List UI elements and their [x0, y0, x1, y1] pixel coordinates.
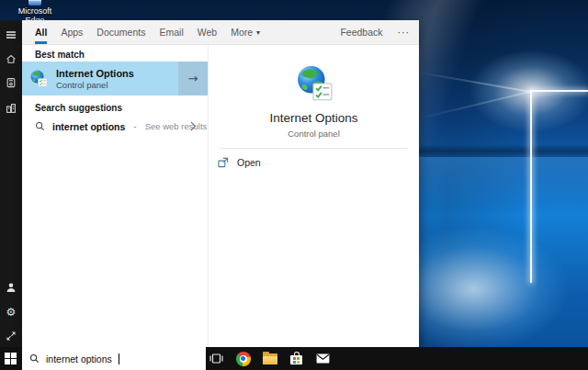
preview-divider [220, 148, 408, 149]
mail-icon[interactable] [310, 347, 336, 370]
account-icon[interactable] [0, 280, 22, 295]
best-match-text: Internet Options Control panel [56, 68, 134, 90]
chevron-right-icon [190, 121, 197, 131]
notebook-icon[interactable] [0, 75, 22, 90]
suggestion-query: internet options [52, 121, 125, 132]
tab-web[interactable]: Web [198, 20, 217, 44]
settings-gear-icon[interactable]: ⚙ [0, 305, 22, 320]
internet-options-icon-large [295, 65, 334, 104]
text-cursor [119, 353, 119, 364]
edge-logo-icon [28, 0, 41, 6]
search-filter-tabs: All Apps Documents Email Web More ▾ Feed… [22, 20, 419, 45]
open-icon [218, 157, 229, 168]
organization-icon[interactable] [0, 101, 22, 116]
mail-envelope [316, 353, 330, 364]
microsoft-store-icon[interactable] [283, 347, 310, 370]
wallpaper-window-edge-vertical [530, 90, 532, 283]
screen: Microsoft Edge ⚙ All Apps D [0, 0, 588, 370]
file-explorer-icon[interactable] [256, 347, 283, 370]
open-action-label: Open [237, 157, 261, 168]
suggestion-hint: See web results [145, 121, 208, 131]
tab-more[interactable]: More ▾ [231, 20, 260, 44]
home-icon[interactable] [0, 51, 22, 66]
taskbar: internet options [0, 347, 588, 370]
search-sidebar-rail: ⚙ [0, 20, 22, 347]
internet-options-icon [29, 70, 48, 88]
best-match-section-label: Best match [35, 50, 85, 60]
taskbar-search-input[interactable]: internet options [22, 347, 206, 370]
wallpaper-light-beam [419, 91, 531, 119]
preview-subtitle: Control panel [209, 129, 419, 139]
feedback-arrows-icon[interactable] [0, 329, 22, 343]
search-icon [29, 353, 40, 364]
search-suggestions-section-label: Search suggestions [35, 103, 122, 113]
open-action[interactable]: Open [209, 152, 419, 173]
task-view-icon[interactable] [203, 347, 230, 370]
taskbar-search-value: internet options [46, 353, 112, 364]
best-match-subtitle: Control panel [56, 80, 134, 90]
result-preview-pane: Internet Options Control panel Open [208, 45, 419, 347]
taskbar-pinned-icons [203, 347, 336, 370]
best-match-title: Internet Options [56, 68, 134, 79]
tab-documents[interactable]: Documents [96, 20, 145, 44]
tab-email[interactable]: Email [159, 20, 183, 44]
preview-title: Internet Options [209, 111, 419, 125]
start-button-windows-icon[interactable] [5, 353, 17, 364]
search-flyout: All Apps Documents Email Web More ▾ Feed… [22, 20, 419, 347]
hamburger-menu-icon[interactable] [0, 28, 22, 42]
more-options-icon[interactable]: ··· [398, 27, 411, 39]
chevron-down-icon: ▾ [256, 28, 260, 37]
wallpaper-light-beam [419, 72, 531, 93]
tabstrip-right-controls: Feedback ··· [340, 20, 410, 44]
expand-preview-arrow-button[interactable]: → [178, 62, 208, 95]
chrome-icon[interactable] [230, 347, 256, 370]
wallpaper-window-edge-horizontal [532, 90, 588, 92]
search-icon [35, 121, 45, 131]
suggestion-row-internet-options[interactable]: internet options - See web results [22, 116, 208, 137]
search-results-pane: Best match Internet Options Control pane… [22, 45, 208, 347]
feedback-button[interactable]: Feedback [340, 27, 382, 38]
best-match-result-internet-options[interactable]: Internet Options Control panel → [22, 62, 208, 95]
suggestion-separator: - [133, 121, 136, 131]
tab-apps[interactable]: Apps [61, 20, 83, 44]
tab-all[interactable]: All [35, 20, 47, 44]
